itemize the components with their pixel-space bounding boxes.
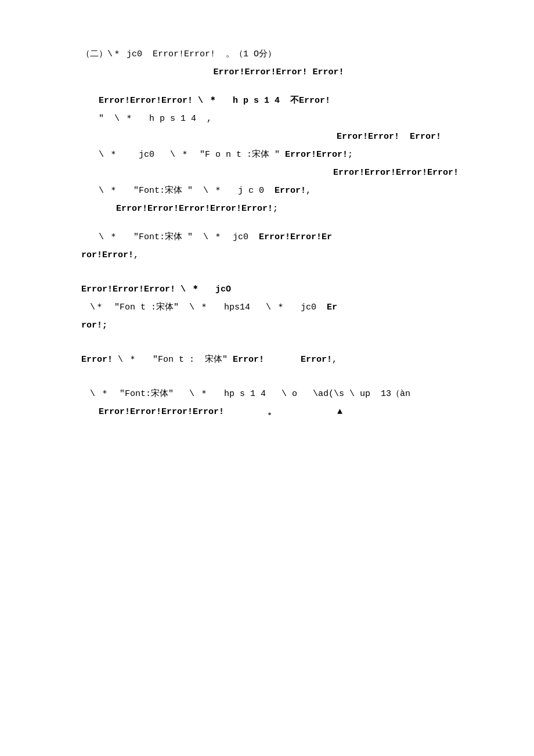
line-15: Error! \ ＊ "Fon t : 宋体" Error! Error!,	[81, 352, 476, 368]
line-10: \ ＊ "Font:宋体 " \ ＊ jc0 Error!Error!Er	[81, 229, 476, 245]
line-5: Error!Error! Error!	[81, 129, 476, 145]
spacer-5	[81, 336, 476, 346]
spacer-1	[81, 82, 476, 93]
line-4: " \ ＊ h p s 1 4 ,	[81, 111, 476, 127]
spacer-8	[81, 380, 476, 386]
line-11: ror!Error!,	[81, 247, 476, 263]
line-16: \ ＊ "Font:宋体" \ ＊ hp s 1 4 \ o \ad(\s \ …	[81, 386, 476, 402]
line-6: \ ＊ jc0 \ ＊ "F o n t :宋体 " Error!Error!;	[81, 147, 476, 163]
line-8: \ ＊ "Font:宋体 " \ ＊ j c 0 Error!,	[81, 183, 476, 199]
line-3: Error!Error!Error! \ ＊ h p s 1 4 不Error!	[81, 93, 476, 109]
line-13: \＊ "Fon t :宋体" \ ＊ hps14 \ ＊ jc0 Er	[81, 300, 476, 315]
spacer-7	[81, 370, 476, 380]
spacer-6	[81, 346, 476, 352]
line-12: Error!Error!Error! \ ＊ jcO	[81, 282, 476, 297]
line-9: Error!Error!Error!Error!Error!;	[81, 201, 476, 217]
page-content: （二）\＊ jc0 Error!Error! 。（1 O分） Error!Err…	[81, 46, 476, 420]
line-7: Error!Error!Error!Error!	[81, 165, 476, 181]
spacer-2	[81, 219, 476, 229]
line-2: Error!Error!Error! Error!	[81, 64, 476, 80]
line-14: ror!;	[81, 318, 476, 333]
spacer-4	[81, 276, 476, 282]
line-1: （二）\＊ jc0 Error!Error! 。（1 O分）	[81, 46, 476, 62]
spacer-3	[81, 265, 476, 276]
line-17: Error!Error!Error!Error! 。 ▲	[81, 404, 476, 420]
